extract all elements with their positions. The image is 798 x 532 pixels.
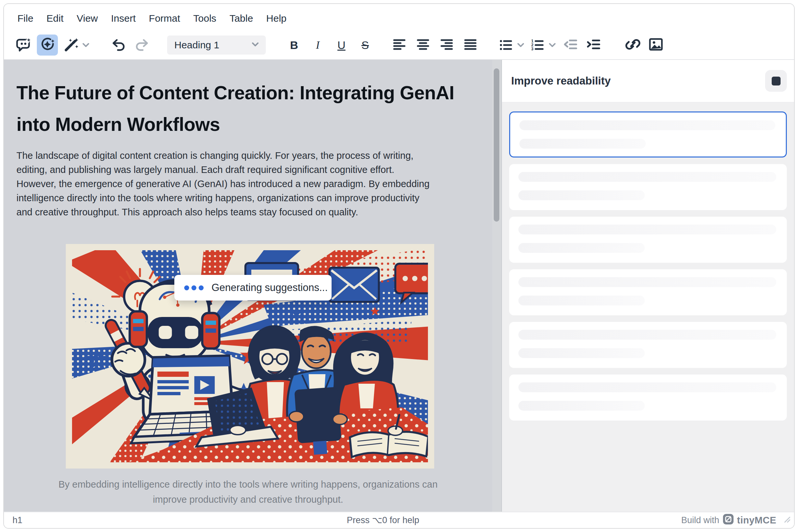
menu-view[interactable]: View: [70, 10, 104, 26]
underline-button[interactable]: U: [331, 35, 352, 56]
align-left-button[interactable]: [389, 35, 410, 56]
document-heading[interactable]: The Future of Content Creation: Integrat…: [16, 77, 479, 140]
link-button[interactable]: [623, 35, 644, 56]
skeleton-line: [518, 243, 645, 253]
menu-insert[interactable]: Insert: [105, 10, 142, 26]
main-area: The Future of Content Creation: Integrat…: [4, 60, 794, 512]
underline-icon: U: [337, 39, 346, 52]
skeleton-line: [518, 190, 645, 200]
menu-file[interactable]: File: [11, 10, 39, 26]
skeleton-line: [518, 348, 645, 358]
screen: File Edit View Insert Format Tools Table…: [0, 0, 798, 532]
brand-prefix: Build with: [681, 515, 719, 526]
undo-icon: [111, 37, 126, 53]
italic-button[interactable]: I: [307, 35, 328, 56]
toolbar: Heading 1 B I U S: [4, 31, 794, 59]
magic-wand-split-button[interactable]: [60, 35, 90, 56]
outdent-icon: [563, 37, 578, 53]
suggestion-card-skeleton[interactable]: [509, 322, 787, 368]
menu-tools[interactable]: Tools: [187, 10, 223, 26]
skeleton-line: [518, 330, 776, 340]
link-icon: [625, 37, 641, 53]
stop-square-icon: [772, 77, 781, 86]
suggestion-card-skeleton[interactable]: [509, 164, 787, 210]
tinymce-editor-window: File Edit View Insert Format Tools Table…: [3, 3, 795, 529]
suggestion-card-skeleton[interactable]: [509, 269, 787, 315]
menu-edit[interactable]: Edit: [40, 10, 70, 26]
editor-content[interactable]: The Future of Content Creation: Integrat…: [4, 60, 492, 512]
menu-help[interactable]: Help: [260, 10, 293, 26]
bullet-list-icon: [495, 35, 516, 56]
skeleton-line: [519, 139, 646, 149]
redo-icon: [134, 37, 150, 53]
skeleton-line: [518, 172, 776, 182]
ai-review-icon: [40, 37, 55, 53]
numbered-list-icon: 123: [527, 35, 548, 56]
align-right-button[interactable]: [436, 35, 457, 56]
italic-icon: I: [316, 39, 319, 51]
numbered-list-split-button[interactable]: 123: [527, 35, 557, 56]
align-justify-button[interactable]: [460, 35, 481, 56]
sidebar-header: Improve readability: [502, 60, 794, 102]
redo-button[interactable]: [132, 35, 153, 56]
chevron-down-icon: [548, 35, 557, 56]
ai-review-button[interactable]: [37, 35, 58, 56]
indent-icon: [586, 37, 601, 53]
skeleton-line: [518, 277, 776, 287]
help-shortcut-text: Press ⌥0 for help: [85, 515, 681, 526]
suggestion-card-skeleton[interactable]: [509, 375, 787, 420]
image-button[interactable]: [645, 35, 666, 56]
loading-text: Generating suggestions...: [211, 282, 328, 293]
image-icon: [648, 37, 664, 53]
skeleton-line: [518, 401, 645, 411]
chevron-down-icon: [81, 35, 90, 56]
sidebar-title: Improve readability: [511, 75, 765, 87]
bullet-list-split-button[interactable]: [495, 35, 525, 56]
chevron-down-icon: [252, 42, 259, 48]
align-right-icon: [440, 37, 454, 53]
align-center-icon: [416, 37, 430, 53]
menu-table[interactable]: Table: [223, 10, 260, 26]
suggestion-card-skeleton-selected[interactable]: [509, 112, 787, 157]
align-justify-icon: [463, 37, 478, 53]
suggestion-card-skeleton[interactable]: [509, 217, 787, 263]
element-path[interactable]: h1: [13, 515, 85, 526]
skeleton-line: [518, 296, 645, 305]
undo-button[interactable]: [108, 35, 129, 56]
ai-chat-button[interactable]: [13, 35, 34, 56]
tinymce-logo-icon: [723, 514, 734, 527]
editor-scrollbar: [492, 60, 502, 512]
align-center-button[interactable]: [412, 35, 433, 56]
menu-format[interactable]: Format: [143, 10, 186, 26]
strikethrough-icon: S: [361, 39, 369, 52]
resize-grip-icon[interactable]: [783, 515, 791, 526]
format-style-value: Heading 1: [174, 39, 252, 51]
menubar: File Edit View Insert Format Tools Table…: [4, 4, 794, 31]
stop-button[interactable]: [765, 70, 787, 92]
ai-chat-icon: [16, 37, 31, 53]
statusbar: h1 Press ⌥0 for help Build with tinyMCE: [4, 512, 794, 528]
format-style-select[interactable]: Heading 1: [167, 36, 266, 55]
generating-suggestions-pill: Generating suggestions...: [174, 275, 332, 301]
align-left-icon: [392, 37, 407, 53]
image-caption[interactable]: By embedding intelligence directly into …: [4, 477, 492, 507]
chevron-down-icon: [516, 35, 525, 56]
svg-text:3: 3: [531, 47, 534, 51]
scrollbar-thumb[interactable]: [494, 69, 499, 222]
envelope-icon-art: [329, 268, 378, 302]
strikethrough-button[interactable]: S: [355, 35, 376, 56]
outdent-button[interactable]: [560, 35, 581, 56]
skeleton-line: [518, 225, 776, 234]
skeleton-line: [518, 382, 776, 392]
loading-dots-icon: [184, 285, 204, 290]
bold-icon: B: [290, 39, 298, 52]
indent-button[interactable]: [583, 35, 604, 56]
skeleton-line: [519, 120, 775, 130]
magic-wand-icon: [60, 35, 81, 56]
suggestions-list: [502, 102, 794, 512]
document-paragraph[interactable]: The landscape of digital content creatio…: [16, 149, 479, 219]
improve-readability-sidebar: Improve readability: [502, 60, 794, 512]
brand-name[interactable]: tinyMCE: [737, 515, 777, 526]
bold-button[interactable]: B: [283, 35, 304, 56]
